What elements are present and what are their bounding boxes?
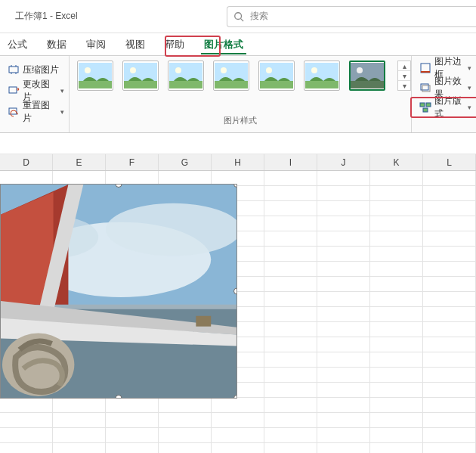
cell[interactable] — [423, 277, 476, 292]
cell[interactable] — [423, 413, 476, 428]
cell[interactable] — [264, 247, 317, 262]
compress-picture-button[interactable]: 压缩图片 — [5, 61, 67, 79]
style-thumb-3[interactable] — [168, 61, 204, 91]
cell[interactable] — [370, 443, 423, 453]
cell[interactable] — [370, 247, 423, 262]
cell[interactable] — [264, 231, 317, 247]
col-header[interactable]: F — [106, 154, 159, 170]
cell[interactable] — [317, 398, 370, 413]
cell[interactable] — [264, 171, 317, 186]
cell[interactable] — [0, 443, 53, 453]
cell[interactable] — [106, 413, 159, 428]
cell[interactable] — [264, 262, 317, 277]
cell[interactable] — [423, 247, 476, 262]
cell[interactable] — [264, 428, 317, 443]
cell[interactable] — [370, 428, 423, 443]
tab-review[interactable]: 审阅 — [83, 35, 109, 54]
col-header[interactable]: E — [53, 154, 106, 170]
col-header[interactable]: J — [317, 154, 370, 170]
style-thumb-7[interactable] — [349, 61, 385, 91]
cell[interactable] — [423, 443, 476, 453]
cell[interactable] — [370, 262, 423, 277]
cell[interactable] — [370, 383, 423, 398]
cell[interactable] — [106, 443, 159, 453]
tab-help[interactable]: 帮助 — [162, 35, 187, 54]
cell[interactable] — [264, 368, 317, 383]
cell[interactable] — [53, 413, 106, 428]
resize-handle-se[interactable] — [233, 395, 237, 399]
cell[interactable] — [317, 428, 370, 443]
cell[interactable] — [264, 322, 317, 337]
cell[interactable] — [264, 307, 317, 322]
cell[interactable] — [423, 383, 476, 398]
worksheet[interactable]: D E F G H I J K L — [0, 133, 476, 453]
cell[interactable] — [370, 186, 423, 201]
cell[interactable] — [264, 443, 317, 453]
cell[interactable] — [106, 398, 159, 413]
cell[interactable] — [212, 413, 264, 428]
cell[interactable] — [0, 428, 53, 443]
cell[interactable] — [0, 413, 53, 428]
style-thumb-2[interactable] — [122, 61, 159, 91]
cell[interactable] — [264, 352, 317, 368]
col-header[interactable]: I — [264, 154, 317, 170]
resize-handle-s[interactable] — [116, 395, 122, 399]
resize-handle-e[interactable] — [233, 288, 237, 295]
inserted-picture[interactable] — [0, 184, 237, 399]
cell[interactable] — [53, 398, 106, 413]
cell[interactable] — [0, 398, 53, 413]
cell[interactable] — [423, 368, 476, 383]
cell[interactable] — [423, 171, 476, 186]
cell[interactable] — [317, 231, 370, 247]
cell[interactable] — [317, 383, 370, 398]
search-box[interactable]: 搜索 — [227, 6, 476, 27]
cell[interactable] — [159, 413, 212, 428]
cell[interactable] — [317, 186, 370, 201]
cell[interactable] — [370, 201, 423, 216]
cell[interactable] — [212, 443, 264, 453]
cell[interactable] — [317, 413, 370, 428]
cell[interactable] — [212, 398, 264, 413]
cell[interactable] — [264, 292, 317, 307]
cell[interactable] — [370, 277, 423, 292]
cell[interactable] — [106, 428, 159, 443]
cell[interactable] — [423, 216, 476, 231]
cell[interactable] — [423, 322, 476, 337]
style-thumb-6[interactable] — [304, 61, 340, 91]
cell[interactable] — [317, 201, 370, 216]
cell[interactable] — [370, 216, 423, 231]
cell[interactable] — [423, 231, 476, 247]
change-picture-button[interactable]: 更改图片 ▾ — [5, 82, 67, 100]
cell[interactable] — [370, 352, 423, 368]
cell[interactable] — [423, 201, 476, 216]
cell[interactable] — [264, 186, 317, 201]
col-header[interactable]: K — [370, 154, 423, 170]
cell[interactable] — [264, 383, 317, 398]
cell[interactable] — [264, 413, 317, 428]
cell[interactable] — [159, 428, 212, 443]
gallery-more-button[interactable]: ▴ ▾ ▾ — [397, 61, 411, 91]
cell[interactable] — [370, 368, 423, 383]
cell[interactable] — [317, 171, 370, 186]
picture-layout-button[interactable]: 图片版式 ▾ — [416, 98, 474, 116]
cell[interactable] — [370, 231, 423, 247]
cell[interactable] — [370, 307, 423, 322]
col-header[interactable]: D — [0, 154, 53, 170]
col-header[interactable]: G — [159, 154, 212, 170]
cell[interactable] — [423, 262, 476, 277]
style-thumb-4[interactable] — [213, 61, 249, 91]
cell[interactable] — [317, 322, 370, 337]
cell[interactable] — [53, 428, 106, 443]
cell[interactable] — [370, 322, 423, 337]
cell[interactable] — [159, 443, 212, 453]
cell[interactable] — [317, 262, 370, 277]
cell[interactable] — [317, 277, 370, 292]
cell[interactable] — [423, 352, 476, 368]
cell[interactable] — [423, 428, 476, 443]
cell[interactable] — [370, 171, 423, 186]
cell[interactable] — [53, 443, 106, 453]
cell[interactable] — [212, 428, 264, 443]
cell[interactable] — [264, 398, 317, 413]
cell[interactable] — [423, 337, 476, 352]
cell[interactable] — [264, 337, 317, 352]
